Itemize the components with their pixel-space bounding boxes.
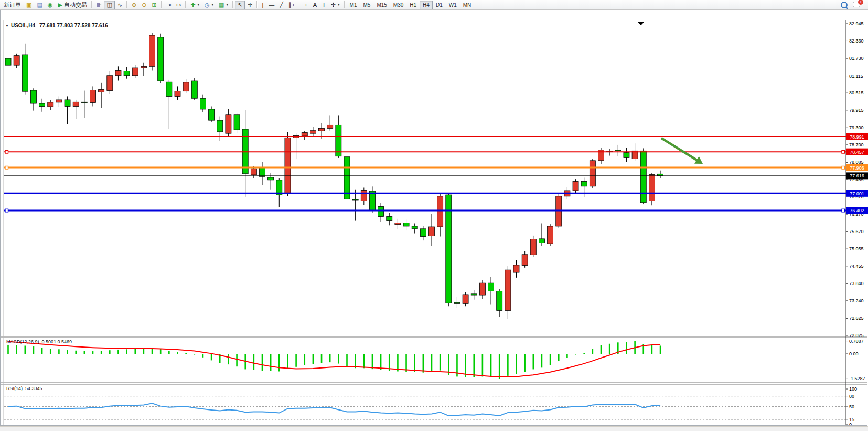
timeframe-m15-button[interactable]: M15: [373, 1, 390, 9]
price-tick-label: 74.455: [849, 264, 864, 269]
candlestick-chart-icon[interactable]: ◫: [104, 1, 114, 9]
price-chart-canvas[interactable]: 82.94582.33081.73081.11580.51579.91579.3…: [0, 10, 868, 431]
profiles-icon-glyph: ▤: [37, 2, 42, 8]
timeframe-w1-button[interactable]: W1: [446, 1, 460, 9]
candlestick-up: [649, 174, 655, 201]
crosshair-icon[interactable]: ✛: [245, 1, 255, 9]
signals-icon-glyph: ◉: [48, 2, 53, 8]
timeframe-m1-button[interactable]: M1: [347, 1, 360, 9]
candlestick-down: [191, 81, 197, 98]
chart-shift-icon[interactable]: ↦: [174, 1, 184, 9]
bar-chart-icon[interactable]: ⊪: [94, 1, 104, 9]
candlestick-chart-icon-glyph: ◫: [106, 2, 112, 8]
candlestick-up: [285, 138, 291, 194]
line-drag-handle[interactable]: [842, 151, 845, 154]
text-icon-glyph: A: [313, 2, 317, 8]
candlestick-down: [260, 167, 265, 176]
line-drag-handle[interactable]: [5, 209, 8, 212]
add-indicator-icon[interactable]: ✚▾: [188, 1, 202, 9]
candlestick-up: [183, 82, 189, 91]
candlestick-up: [437, 196, 443, 227]
rsi-indicator-label: RSI(14)54.3345: [6, 386, 42, 391]
community-icon[interactable]: 1: [850, 1, 867, 9]
candlestick-up: [175, 91, 180, 97]
template-icon[interactable]: ▦▾: [216, 1, 231, 9]
rsi-tick-label: 15: [849, 417, 854, 422]
price-badge-label: 76.402: [850, 208, 864, 213]
zoom-out-icon[interactable]: ⊖: [139, 1, 149, 9]
candlestick-down: [378, 206, 384, 216]
signals-icon[interactable]: ◉: [45, 1, 56, 9]
candlestick-up: [14, 56, 19, 65]
chart-shift-icon-glyph: ↦: [176, 2, 181, 8]
timeframe-m5-button[interactable]: M5: [360, 1, 374, 9]
fibonacci-icon[interactable]: ≡F: [298, 1, 310, 9]
candlestick-down: [39, 103, 45, 106]
candlestick-up: [48, 102, 53, 107]
application-window: 新订单▣▤◉▶自动交易⊪◫∿⊕⊖⊞⇥↦✚▾◷▾▦▾↖✛|—╱∥E≡FAT✢▾M1…: [0, 0, 868, 431]
macd-tick-label: 0.7887: [849, 339, 864, 344]
macd-tick-label: -1.5287: [849, 376, 865, 381]
line-drag-handle[interactable]: [5, 166, 8, 169]
price-tick-label: 75.055: [849, 246, 864, 251]
collapse-panel-icon[interactable]: ▼: [5, 24, 9, 27]
candlestick-up: [115, 70, 121, 75]
rsi-tick-label: 100: [849, 386, 857, 392]
auto-trading-glyph: ▶: [58, 2, 62, 8]
candlestick-up: [395, 223, 401, 224]
text-icon[interactable]: A: [310, 1, 319, 9]
rsi-tick-label: 80: [849, 394, 854, 399]
price-badge-label: 77.001: [850, 191, 864, 196]
vertical-line-icon-glyph: |: [262, 2, 263, 8]
candlestick-down: [166, 82, 172, 96]
timeframe-mn-button[interactable]: MN: [460, 1, 475, 9]
arrows-icon-glyph: ✢: [331, 2, 336, 8]
toolbar-separator: [185, 1, 186, 8]
auto-trading-button[interactable]: ▶自动交易: [55, 1, 89, 9]
candlestick-up: [149, 35, 155, 66]
price-tick-label: 73.840: [849, 281, 864, 286]
rsi-value: 54.3345: [25, 386, 42, 391]
price-tick-label: 73.240: [849, 298, 864, 303]
trendline-icon[interactable]: ╱: [277, 1, 286, 9]
line-chart-icon-glyph: ∿: [117, 2, 122, 8]
price-tick-label: 82.945: [849, 21, 864, 26]
toolbar-separator: [161, 1, 162, 8]
line-drag-handle[interactable]: [842, 166, 845, 169]
chart-window[interactable]: 82.94582.33081.73081.11580.51579.91579.3…: [0, 10, 868, 426]
periods-icon[interactable]: ◷▾: [202, 1, 216, 9]
text-label-icon[interactable]: T: [319, 1, 328, 9]
arrows-icon[interactable]: ✢▾: [328, 1, 342, 9]
new-order-button[interactable]: 新订单: [1, 1, 24, 9]
timeframe-h1-button[interactable]: H1: [406, 1, 420, 9]
profiles-icon[interactable]: ▤: [34, 1, 45, 9]
zoom-in-icon[interactable]: ⊕: [129, 1, 139, 9]
candlestick-up: [319, 128, 325, 131]
line-drag-handle[interactable]: [842, 209, 845, 212]
equidistant-channel-icon[interactable]: ∥E: [286, 1, 298, 9]
cursor-icon[interactable]: ↖: [235, 1, 245, 9]
toolbar-separator: [256, 1, 258, 8]
candlestick-down: [387, 216, 392, 220]
timeframe-h4-button[interactable]: H4: [420, 1, 433, 9]
timeframe-m30-button[interactable]: M30: [390, 1, 406, 9]
candlestick-down: [403, 223, 409, 226]
line-chart-icon[interactable]: ∿: [115, 1, 125, 9]
horizontal-line-icon[interactable]: —: [266, 1, 277, 9]
candlestick-down: [65, 100, 70, 107]
fibonacci-icon-glyph: ≡: [301, 2, 304, 8]
vertical-line-icon[interactable]: |: [259, 1, 266, 9]
line-drag-handle[interactable]: [5, 151, 8, 154]
tile-windows-icon[interactable]: ⊞: [149, 1, 159, 9]
macd-values: 0.5001 0.5469: [42, 339, 72, 344]
chart-background: [0, 20, 868, 431]
timeframe-d1-button[interactable]: D1: [433, 1, 446, 9]
charts-window-icon[interactable]: ▣: [24, 1, 34, 9]
auto-scroll-icon[interactable]: ⇥: [164, 1, 174, 9]
candlestick-down: [81, 102, 87, 102]
status-bar: [0, 426, 868, 431]
search-icon[interactable]: [838, 1, 850, 9]
candlestick-up: [226, 115, 231, 133]
candlestick-up: [56, 100, 62, 102]
price-tick-label: 80.515: [849, 90, 864, 96]
